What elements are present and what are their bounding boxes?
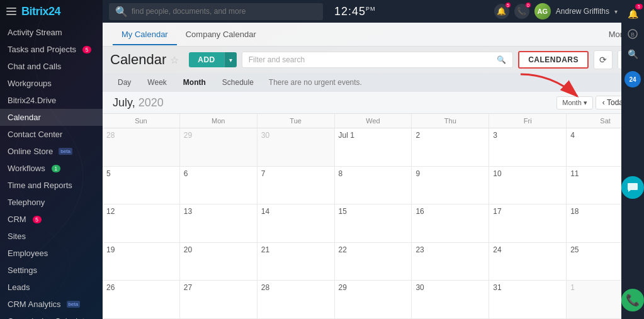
- sidebar-item-sites[interactable]: Sites: [0, 228, 103, 245]
- star-icon[interactable]: ☆: [170, 54, 179, 66]
- table-row[interactable]: 26: [103, 281, 180, 319]
- table-row[interactable]: 17: [489, 204, 567, 243]
- search-button[interactable]: 🔍: [624, 45, 641, 63]
- table-row[interactable]: 27: [180, 281, 257, 319]
- refresh-button[interactable]: ⟳: [594, 50, 613, 69]
- add-button[interactable]: ADD: [189, 52, 224, 67]
- month-view-button[interactable]: Month ▾: [556, 96, 593, 109]
- notification-badge: 5: [635, 4, 643, 9]
- sidebar-item-label: Calendar: [8, 113, 41, 122]
- sidebar-item-leads[interactable]: Leads: [0, 279, 103, 296]
- phone-icon-btn[interactable]: 📞 0: [514, 4, 529, 19]
- table-row[interactable]: 29: [335, 281, 412, 319]
- chat-button[interactable]: [621, 176, 644, 199]
- table-row[interactable]: 8: [335, 167, 412, 205]
- sidebar-item-label: Employees: [8, 249, 48, 258]
- table-row[interactable]: 16: [412, 204, 489, 243]
- calendar-search-input[interactable]: [249, 55, 493, 64]
- day-number: 30: [261, 131, 269, 140]
- add-button-group: ADD ▾: [189, 52, 237, 67]
- sidebar-item-tasks-projects[interactable]: Tasks and Projects 5: [0, 41, 103, 58]
- calendar-toolbar: Calendar ☆ ADD ▾ 🔍 CALENDARS ⟳ ⚙: [103, 47, 644, 73]
- sidebar-item-workflows[interactable]: Workflows 1: [0, 160, 103, 177]
- sidebar-item-workgroups[interactable]: Workgroups: [0, 75, 103, 92]
- right-sidebar: 🔔 5 B 🔍 24 📞: [621, 0, 644, 319]
- table-row[interactable]: 22: [335, 243, 412, 281]
- day-number: 23: [415, 245, 424, 254]
- sidebar-item-online-store[interactable]: Online Store beta: [0, 143, 103, 160]
- bitrix24-icon-button[interactable]: B: [624, 25, 641, 43]
- day-headers: Sun Mon Tue Wed Thu Fri Sat: [103, 114, 644, 128]
- sidebar-item-contact-center[interactable]: Contact Center: [0, 126, 103, 143]
- day-number: 20: [184, 245, 192, 254]
- table-row[interactable]: 21: [257, 243, 335, 281]
- table-row[interactable]: 12: [103, 204, 180, 243]
- hamburger-icon[interactable]: [6, 6, 16, 16]
- calendar-search[interactable]: 🔍: [242, 52, 513, 68]
- table-row[interactable]: 7: [257, 167, 335, 205]
- sidebar-item-commission-calc[interactable]: Commission Calculator: [0, 313, 103, 319]
- table-row[interactable]: 2: [412, 128, 489, 167]
- sidebar-item-label: Commission Calculator: [8, 316, 92, 319]
- table-row[interactable]: 5: [103, 167, 180, 205]
- blue-counter-button[interactable]: 24: [624, 70, 641, 88]
- view-tab-day[interactable]: Day: [110, 76, 138, 89]
- day-header-fri: Fri: [489, 114, 567, 128]
- day-header-wed: Wed: [335, 114, 412, 128]
- tab-company-calendar[interactable]: Company Calendar: [177, 25, 265, 45]
- sidebar-item-employees[interactable]: Employees: [0, 245, 103, 262]
- logo-number: 24: [48, 5, 60, 18]
- calendar-section: July, 2020 Month ▾ ‹ Today Sun Mon Tue W…: [103, 92, 644, 319]
- day-number: 24: [493, 245, 501, 254]
- topbar-search[interactable]: 🔍: [109, 3, 323, 20]
- table-row[interactable]: 28: [103, 128, 180, 167]
- add-button-dropdown[interactable]: ▾: [224, 52, 237, 67]
- chat-icon: [627, 182, 638, 193]
- user-name[interactable]: Andrew Griffiths: [556, 7, 609, 16]
- sidebar-item-label: Online Store: [8, 147, 53, 156]
- tab-my-calendar[interactable]: My Calendar: [113, 25, 177, 45]
- table-row[interactable]: 6: [180, 167, 257, 205]
- calendars-button[interactable]: CALENDARS: [518, 51, 589, 69]
- sidebar-item-bitrix24-drive[interactable]: Bitrix24.Drive: [0, 92, 103, 109]
- bell-icon-btn[interactable]: 🔔 5: [494, 4, 509, 19]
- table-row[interactable]: 31: [489, 281, 567, 319]
- sidebar-item-crm[interactable]: CRM 5: [0, 211, 103, 228]
- sidebar-item-crm-analytics[interactable]: CRM Analytics beta: [0, 296, 103, 313]
- sidebar-item-label: Leads: [8, 283, 30, 292]
- view-tab-week[interactable]: Week: [140, 76, 174, 89]
- blue-badge: 24: [624, 71, 641, 87]
- view-tab-month[interactable]: Month: [176, 76, 213, 89]
- sidebar-item-telephony[interactable]: Telephony: [0, 194, 103, 211]
- table-row[interactable]: 14: [257, 204, 335, 243]
- table-row[interactable]: 24: [489, 243, 567, 281]
- table-row[interactable]: 10: [489, 167, 567, 205]
- sidebar-item-time-reports[interactable]: Time and Reports: [0, 177, 103, 194]
- sidebar-item-settings[interactable]: Settings: [0, 262, 103, 279]
- notification-bell-button[interactable]: 🔔 5: [624, 5, 641, 23]
- sidebar-item-label: Chat and Calls: [8, 62, 61, 71]
- call-button[interactable]: 📞: [621, 289, 644, 311]
- table-row[interactable]: 9: [412, 167, 489, 205]
- table-row[interactable]: 30: [412, 281, 489, 319]
- table-row[interactable]: 23: [412, 243, 489, 281]
- table-row[interactable]: Jul 1: [335, 128, 412, 167]
- sidebar-item-calendar[interactable]: Calendar: [0, 109, 103, 126]
- sidebar-item-chat-calls[interactable]: Chat and Calls: [0, 58, 103, 75]
- day-header-tue: Tue: [257, 114, 335, 128]
- table-row[interactable]: 30: [257, 128, 335, 167]
- table-row[interactable]: 15: [335, 204, 412, 243]
- search-input[interactable]: [132, 7, 317, 16]
- table-row[interactable]: 29: [180, 128, 257, 167]
- bell-icon: 🔔: [497, 7, 506, 16]
- table-row[interactable]: 3: [489, 128, 567, 167]
- table-row[interactable]: 28: [257, 281, 335, 319]
- sidebar: Bitrix24 Activity Stream Tasks and Proje…: [0, 0, 103, 319]
- table-row[interactable]: 20: [180, 243, 257, 281]
- sidebar-item-activity-stream[interactable]: Activity Stream: [0, 24, 103, 41]
- view-tab-schedule[interactable]: Schedule: [215, 76, 261, 89]
- table-row[interactable]: 13: [180, 204, 257, 243]
- table-row[interactable]: 19: [103, 243, 180, 281]
- day-number: 28: [261, 283, 269, 292]
- avatar[interactable]: AG: [534, 3, 551, 20]
